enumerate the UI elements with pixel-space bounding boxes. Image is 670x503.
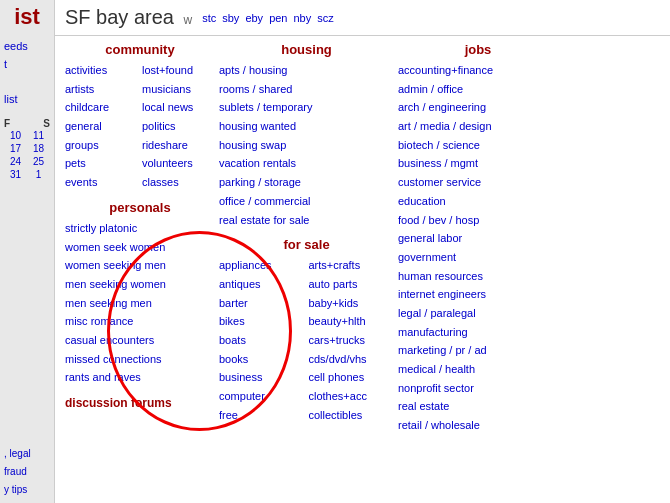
link-baby-kids[interactable]: baby+kids [309,294,395,313]
link-food-bev[interactable]: food / bev / hosp [398,211,558,230]
link-books[interactable]: books [219,350,305,369]
link-rideshare[interactable]: rideshare [142,136,215,155]
col-housing: housing apts / housing rooms / shared su… [219,42,394,497]
sidebar-link-list[interactable]: list [4,91,50,109]
cal-day[interactable]: 1 [27,168,50,181]
link-misc-romance[interactable]: misc romance [65,312,215,331]
link-missed-connections[interactable]: missed connections [65,350,215,369]
link-men-seeking-men[interactable]: men seeking men [65,294,215,313]
link-strictly-platonic[interactable]: strictly platonic [65,219,215,238]
w-link[interactable]: w [184,13,193,27]
cal-day[interactable]: 24 [4,155,27,168]
cal-day[interactable]: 31 [4,168,27,181]
link-legal-paralegal[interactable]: legal / paralegal [398,304,558,323]
link-parking-storage[interactable]: parking / storage [219,173,394,192]
col-jobs: jobs accounting+finance admin / office a… [398,42,558,497]
link-business-mgmt[interactable]: business / mgmt [398,154,558,173]
link-medical-health[interactable]: medical / health [398,360,558,379]
link-events[interactable]: events [65,173,138,192]
cal-day[interactable]: 11 [27,129,50,142]
cal-day[interactable]: 25 [27,155,50,168]
link-musicians[interactable]: musicians [142,80,215,99]
link-arts-crafts[interactable]: arts+crafts [309,256,395,275]
legal-link[interactable]: , legal [4,448,31,459]
link-men-seeking-women[interactable]: men seeking women [65,275,215,294]
link-rants-raves[interactable]: rants and raves [65,368,215,387]
link-groups[interactable]: groups [65,136,138,155]
link-business[interactable]: business [219,368,305,387]
link-cars-trucks[interactable]: cars+trucks [309,331,395,350]
link-manufacturing[interactable]: manufacturing [398,323,558,342]
link-free[interactable]: free [219,406,305,425]
link-antiques[interactable]: antiques [219,275,305,294]
link-arch-engineering[interactable]: arch / engineering [398,98,558,117]
link-nonprofit[interactable]: nonprofit sector [398,379,558,398]
tips-link[interactable]: y tips [4,481,50,499]
cal-day[interactable]: 18 [27,142,50,155]
jobs-list: accounting+finance admin / office arch /… [398,61,558,435]
loc-pen[interactable]: pen [269,12,287,24]
link-local-news[interactable]: local news [142,98,215,117]
link-volunteers[interactable]: volunteers [142,154,215,173]
sidebar-link-1[interactable]: eeds [4,38,50,56]
link-pets[interactable]: pets [65,154,138,173]
link-retail-wholesale[interactable]: retail / wholesale [398,416,558,435]
link-clothes-acc[interactable]: clothes+acc [309,387,395,406]
link-office-commercial[interactable]: office / commercial [219,192,394,211]
link-housing-swap[interactable]: housing swap [219,136,394,155]
link-housing-wanted[interactable]: housing wanted [219,117,394,136]
link-cell-phones[interactable]: cell phones [309,368,395,387]
cal-day[interactable]: 10 [4,129,27,142]
link-computer[interactable]: computer [219,387,305,406]
loc-eby[interactable]: eby [245,12,263,24]
link-classes[interactable]: classes [142,173,215,192]
link-rooms-shared[interactable]: rooms / shared [219,80,394,99]
link-women-seek-women[interactable]: women seek women [65,238,215,257]
sidebar-link-2[interactable]: t [4,56,50,74]
link-lost-found[interactable]: lost+found [142,61,215,80]
link-women-seeking-men[interactable]: women seeking men [65,256,215,275]
loc-stc[interactable]: stc [202,12,216,24]
link-barter[interactable]: barter [219,294,305,313]
link-real-estate-sale[interactable]: real estate for sale [219,211,394,230]
link-general[interactable]: general [65,117,138,136]
link-artists[interactable]: artists [65,80,138,99]
link-government[interactable]: government [398,248,558,267]
link-politics[interactable]: politics [142,117,215,136]
link-education[interactable]: education [398,192,558,211]
link-bikes[interactable]: bikes [219,312,305,331]
link-beauty-hlth[interactable]: beauty+hlth [309,312,395,331]
cal-day[interactable]: 17 [4,142,27,155]
link-auto-parts[interactable]: auto parts [309,275,395,294]
link-cds-dvd[interactable]: cds/dvd/vhs [309,350,395,369]
link-internet-engineers[interactable]: internet engineers [398,285,558,304]
link-human-resources[interactable]: human resources [398,267,558,286]
link-admin-office[interactable]: admin / office [398,80,558,99]
link-vacation-rentals[interactable]: vacation rentals [219,154,394,173]
cal-header: F S [4,118,50,129]
link-sublets-temporary[interactable]: sublets / temporary [219,98,394,117]
link-apts-housing[interactable]: apts / housing [219,61,394,80]
link-accounting[interactable]: accounting+finance [398,61,558,80]
sidebar-bottom-links: , legal fraud y tips [4,445,50,499]
calendar: F S 10 11 17 18 24 25 31 1 [4,118,50,181]
link-appliances[interactable]: appliances [219,256,305,275]
link-general-labor[interactable]: general labor [398,229,558,248]
discussion-forums-link[interactable]: discussion forums [65,393,215,413]
link-art-media[interactable]: art / media / design [398,117,558,136]
link-customer-service[interactable]: customer service [398,173,558,192]
link-casual-encounters[interactable]: casual encounters [65,331,215,350]
loc-sby[interactable]: sby [222,12,239,24]
loc-scz[interactable]: scz [317,12,334,24]
link-marketing[interactable]: marketing / pr / ad [398,341,558,360]
link-collectibles[interactable]: collectibles [309,406,395,425]
community-title: community [65,42,215,57]
link-childcare[interactable]: childcare [65,98,138,117]
loc-nby[interactable]: nby [293,12,311,24]
link-biotech[interactable]: biotech / science [398,136,558,155]
link-activities[interactable]: activities [65,61,138,80]
link-boats[interactable]: boats [219,331,305,350]
link-real-estate-jobs[interactable]: real estate [398,397,558,416]
fraud-link[interactable]: fraud [4,463,50,481]
logo: ist [4,4,50,30]
